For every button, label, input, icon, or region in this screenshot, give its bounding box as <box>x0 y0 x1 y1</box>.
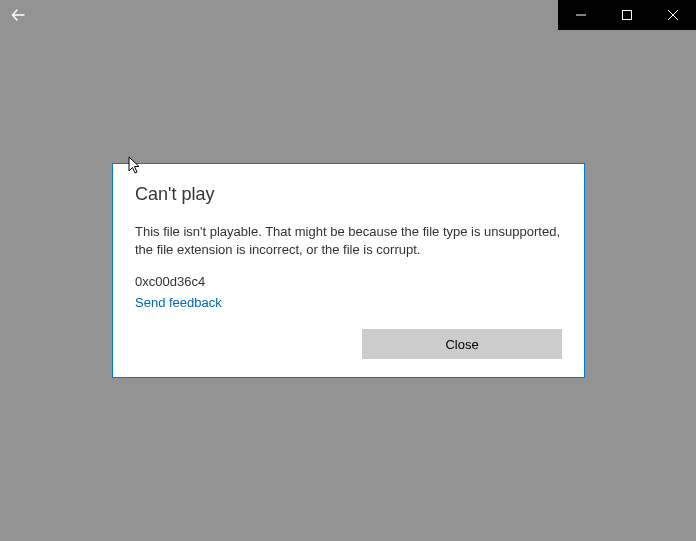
maximize-button[interactable] <box>604 0 650 30</box>
dialog-title: Can't play <box>135 184 562 205</box>
send-feedback-link[interactable]: Send feedback <box>135 295 222 310</box>
window-controls <box>558 0 696 30</box>
error-dialog: Can't play This file isn't playable. Tha… <box>112 163 585 378</box>
error-code: 0xc00d36c4 <box>135 274 562 289</box>
close-button[interactable]: Close <box>362 329 562 359</box>
dialog-button-row: Close <box>135 329 562 359</box>
titlebar <box>558 0 696 30</box>
minimize-button[interactable] <box>558 0 604 30</box>
dialog-message: This file isn't playable. That might be … <box>135 223 562 258</box>
close-window-button[interactable] <box>650 0 696 30</box>
back-button[interactable] <box>10 6 28 24</box>
svg-rect-1 <box>623 11 632 20</box>
